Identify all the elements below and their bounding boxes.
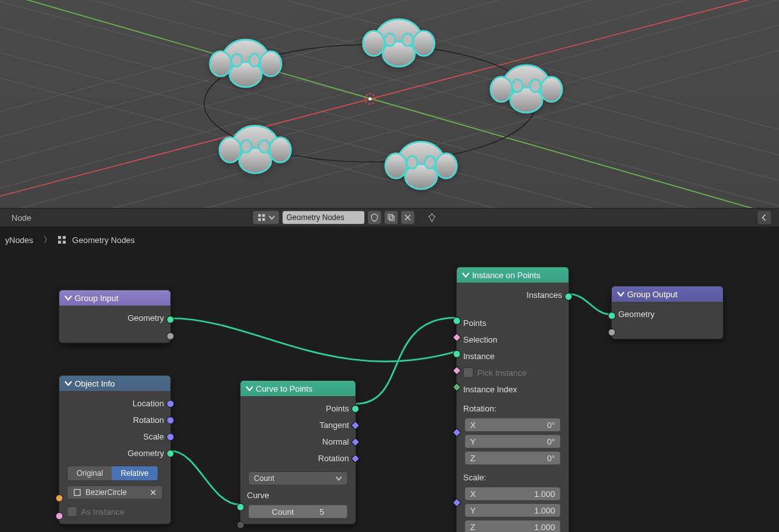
socket-instances-out[interactable] <box>565 293 572 300</box>
svg-point-41 <box>407 156 418 169</box>
instance-monkey <box>354 0 443 88</box>
socket-instance-in[interactable] <box>453 350 461 358</box>
svg-rect-53 <box>388 214 392 219</box>
field-group-label: Scale: <box>463 473 486 482</box>
socket-label: Rotation <box>133 415 164 425</box>
unlink-button[interactable] <box>401 211 415 225</box>
socket-label: Geometry <box>128 448 164 458</box>
mode-value: Count <box>254 474 274 483</box>
socket-label: Geometry <box>618 309 655 319</box>
socket-points-in[interactable] <box>453 317 461 325</box>
svg-point-27 <box>413 31 434 55</box>
svg-rect-54 <box>390 216 394 221</box>
svg-point-47 <box>241 140 252 153</box>
svg-point-30 <box>403 34 413 47</box>
socket-virtual-out[interactable] <box>167 332 174 340</box>
socket-virtual-in[interactable] <box>608 329 616 336</box>
shield-toggle[interactable] <box>367 211 382 225</box>
mode-dropdown[interactable]: Count <box>248 471 348 485</box>
pick-instance-checkbox[interactable] <box>463 367 473 378</box>
socket-count-in[interactable] <box>237 521 244 529</box>
svg-point-44 <box>219 137 241 162</box>
node-tree-browse-button[interactable] <box>253 211 279 225</box>
node-group-input[interactable]: Group Input Geometry <box>59 290 171 343</box>
node-header[interactable]: Instance on Points <box>457 267 568 283</box>
node-tree-name-input[interactable]: Geometry Nodes <box>282 211 365 225</box>
count-label: Count <box>272 507 294 517</box>
duplicate-button[interactable] <box>384 211 398 225</box>
object-picker[interactable]: BezierCircle <box>67 485 163 499</box>
svg-point-32 <box>491 77 512 101</box>
3d-viewport[interactable] <box>0 0 779 208</box>
node-tree-icon <box>57 235 67 245</box>
node-curve-to-points[interactable]: Curve to Points Points Tangent Normal Ro… <box>240 380 356 524</box>
svg-point-20 <box>210 51 232 76</box>
space-toggle[interactable]: Original Relative <box>67 466 158 481</box>
collapse-header-button[interactable] <box>757 211 771 225</box>
svg-rect-58 <box>63 240 66 244</box>
socket-label: As Instance <box>81 507 124 517</box>
svg-point-24 <box>249 54 260 67</box>
shield-icon <box>370 213 379 222</box>
editor-type-label[interactable]: Node <box>11 213 31 223</box>
object-name: BezierCircle <box>85 488 127 497</box>
chevron-down-icon <box>617 290 625 298</box>
node-title: Group Output <box>627 290 678 299</box>
socket-label: Rotation <box>318 454 349 463</box>
node-header[interactable]: Group Output <box>612 286 723 302</box>
socket-points-out[interactable] <box>352 405 359 413</box>
socket-label: Tangent <box>320 420 349 430</box>
as-instance-checkbox[interactable] <box>67 506 77 517</box>
toggle-original[interactable]: Original <box>68 466 112 480</box>
rotation-x-field[interactable]: X0° <box>464 418 561 432</box>
socket-label: Normal <box>322 437 349 447</box>
socket-rotation-out[interactable] <box>167 417 174 424</box>
breadcrumb-parent[interactable]: yNodes <box>5 235 33 245</box>
node-editor-canvas[interactable]: Group Input Geometry Object Info Locatio… <box>0 253 779 532</box>
scale-z-field[interactable]: Z1.000 <box>464 520 561 532</box>
svg-rect-55 <box>58 236 61 239</box>
socket-as-instance-in[interactable] <box>56 512 63 520</box>
node-group-output[interactable]: Group Output Geometry <box>611 286 723 339</box>
node-object-info[interactable]: Object Info Location Rotation Scale Geom… <box>59 375 171 524</box>
socket-geometry-out[interactable] <box>167 450 174 457</box>
svg-point-29 <box>385 34 396 47</box>
socket-label: Selection <box>463 335 497 344</box>
count-field[interactable]: Count 5 <box>248 505 348 519</box>
node-header[interactable]: Curve to Points <box>241 381 355 396</box>
socket-object-in[interactable] <box>56 494 63 502</box>
x-icon[interactable] <box>149 489 157 496</box>
chevron-down-icon <box>462 271 470 279</box>
pin-button[interactable] <box>425 211 439 225</box>
breadcrumb-current[interactable]: Geometry Nodes <box>72 235 135 245</box>
node-instance-on-points[interactable]: Instance on Points Instances Points Sele… <box>456 267 569 532</box>
instance-monkey <box>201 19 290 108</box>
socket-label: Geometry <box>128 313 164 323</box>
svg-rect-52 <box>262 218 265 221</box>
svg-rect-59 <box>74 489 80 495</box>
rotation-z-field[interactable]: Z0° <box>464 451 561 465</box>
socket-location-out[interactable] <box>167 400 174 408</box>
svg-point-21 <box>260 51 281 76</box>
chevron-left-icon <box>760 213 769 222</box>
instance-monkey <box>211 105 300 195</box>
svg-rect-56 <box>63 236 66 239</box>
svg-point-48 <box>259 140 270 153</box>
socket-geometry-out[interactable] <box>167 316 174 323</box>
svg-rect-49 <box>258 214 261 217</box>
toggle-relative[interactable]: Relative <box>112 466 157 480</box>
scale-x-field[interactable]: X1.000 <box>464 487 561 501</box>
svg-rect-57 <box>58 240 61 244</box>
socket-curve-in[interactable] <box>237 503 244 511</box>
node-header[interactable]: Group Input <box>59 290 170 306</box>
svg-point-18 <box>369 98 372 101</box>
svg-rect-51 <box>258 218 261 221</box>
node-header[interactable]: Object Info <box>59 376 170 391</box>
socket-geometry-in[interactable] <box>608 312 616 320</box>
scale-y-field[interactable]: Y1.000 <box>464 503 561 517</box>
socket-label: Instance <box>463 351 494 361</box>
socket-label: Curve <box>247 491 269 500</box>
rotation-y-field[interactable]: Y0° <box>464 434 561 448</box>
socket-scale-out[interactable] <box>167 433 174 441</box>
socket-label: Points <box>326 404 349 413</box>
